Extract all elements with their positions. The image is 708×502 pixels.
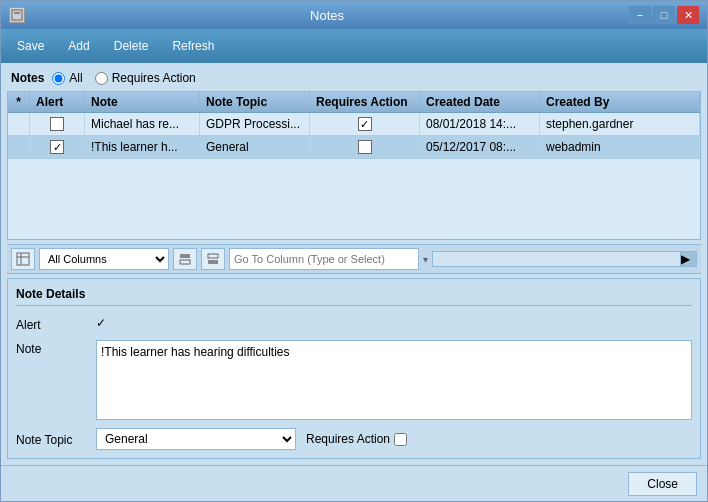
window-title: Notes — [25, 8, 629, 23]
table-icon-btn-2[interactable] — [173, 248, 197, 270]
requires-action-label: Requires Action — [306, 432, 407, 446]
note-textarea[interactable]: !This learner has hearing difficulties — [96, 340, 692, 420]
svg-rect-6 — [180, 260, 190, 264]
note-details-title: Note Details — [16, 287, 692, 306]
col-note-topic: Note Topic — [200, 92, 310, 112]
note-topic-select[interactable]: General — [96, 428, 296, 450]
bottom-field-row: Note Topic General Requires Action — [16, 428, 692, 450]
cell-note-1: Michael has re... — [85, 113, 200, 135]
cell-note-topic-1: GDPR Processi... — [200, 113, 310, 135]
cell-req-action-2 — [310, 136, 420, 158]
window-icon — [9, 7, 25, 23]
delete-button[interactable]: Delete — [104, 33, 159, 59]
cell-alert-1 — [30, 113, 85, 135]
all-radio[interactable] — [52, 72, 65, 85]
title-bar: Notes − □ ✕ — [1, 1, 707, 29]
alert-field-row: Alert ✓ — [16, 316, 692, 332]
table-body: Michael has re... GDPR Processi... 08/01… — [8, 113, 700, 239]
table-row[interactable]: !This learner h... General 05/12/2017 08… — [8, 136, 700, 159]
close-button[interactable]: Close — [628, 472, 697, 496]
svg-rect-0 — [12, 10, 22, 20]
table-row[interactable]: Michael has re... GDPR Processi... 08/01… — [8, 113, 700, 136]
table-toolbar: All Columns ▾ ▶ — [7, 244, 701, 274]
filter-label: Notes — [11, 71, 44, 85]
radio-group: All Requires Action — [52, 71, 195, 85]
cell-created-by-2: webadmin — [540, 136, 700, 158]
svg-rect-5 — [180, 254, 190, 258]
note-details-section: Note Details Alert ✓ Note !This learner … — [7, 278, 701, 459]
save-button[interactable]: Save — [7, 33, 54, 59]
requires-action-radio-label: Requires Action — [112, 71, 196, 85]
alert-checkbox-2[interactable] — [50, 140, 64, 154]
dropdown-arrow-icon: ▾ — [423, 254, 428, 265]
table-icon-btn-1[interactable] — [11, 248, 35, 270]
filter-bar: Notes All Requires Action — [7, 69, 701, 87]
svg-rect-1 — [14, 12, 20, 14]
col-created-date: Created Date — [420, 92, 540, 112]
alert-field-label: Alert — [16, 316, 86, 332]
svg-rect-7 — [208, 254, 218, 258]
table-icon-btn-3[interactable] — [201, 248, 225, 270]
cell-alert-2 — [30, 136, 85, 158]
cell-star-1 — [8, 113, 30, 135]
column-select[interactable]: All Columns — [39, 248, 169, 270]
go-to-column-input[interactable] — [229, 248, 419, 270]
close-window-button[interactable]: ✕ — [677, 6, 699, 24]
refresh-button[interactable]: Refresh — [162, 33, 224, 59]
req-action-checkbox-1[interactable] — [358, 117, 372, 131]
note-field-label: Note — [16, 340, 86, 356]
notes-table: * Alert Note Note Topic Requires Action … — [7, 91, 701, 240]
col-star: * — [8, 92, 30, 112]
window-controls: − □ ✕ — [629, 6, 699, 24]
scroll-right-btn[interactable]: ▶ — [680, 252, 696, 266]
footer-bar: Close — [1, 465, 707, 501]
req-action-checkbox-2[interactable] — [358, 140, 372, 154]
col-created-by: Created By — [540, 92, 700, 112]
main-toolbar: Save Add Delete Refresh — [1, 29, 707, 63]
requires-action-radio-option[interactable]: Requires Action — [95, 71, 196, 85]
minimize-button[interactable]: − — [629, 6, 651, 24]
cell-created-by-1: stephen.gardner — [540, 113, 700, 135]
cell-created-date-1: 08/01/2018 14:... — [420, 113, 540, 135]
svg-rect-8 — [208, 260, 218, 264]
cell-created-date-2: 05/12/2017 08:... — [420, 136, 540, 158]
cell-star-2 — [8, 136, 30, 158]
alert-field-value: ✓ — [96, 316, 106, 330]
col-note: Note — [85, 92, 200, 112]
notes-window: Notes − □ ✕ Save Add Delete Refresh Note… — [0, 0, 708, 502]
add-button[interactable]: Add — [58, 33, 99, 59]
cell-note-2: !This learner h... — [85, 136, 200, 158]
note-topic-field-label: Note Topic — [16, 431, 86, 447]
scroll-track[interactable]: ▶ — [432, 251, 697, 267]
all-radio-option[interactable]: All — [52, 71, 82, 85]
maximize-button[interactable]: □ — [653, 6, 675, 24]
requires-action-detail-checkbox[interactable] — [394, 433, 407, 446]
cell-note-topic-2: General — [200, 136, 310, 158]
all-radio-label: All — [69, 71, 82, 85]
content-area: Notes All Requires Action * Alert Note N… — [1, 63, 707, 465]
requires-action-radio[interactable] — [95, 72, 108, 85]
col-alert: Alert — [30, 92, 85, 112]
svg-rect-2 — [17, 253, 29, 265]
note-field-row: Note !This learner has hearing difficult… — [16, 340, 692, 420]
table-header: * Alert Note Note Topic Requires Action … — [8, 92, 700, 113]
alert-checkbox-1[interactable] — [50, 117, 64, 131]
cell-req-action-1 — [310, 113, 420, 135]
col-requires-action: Requires Action — [310, 92, 420, 112]
req-action-text: Requires Action — [306, 432, 390, 446]
